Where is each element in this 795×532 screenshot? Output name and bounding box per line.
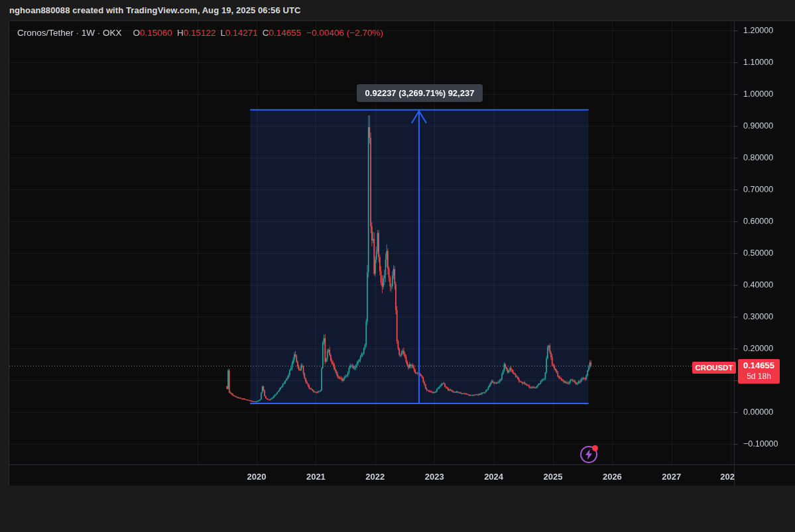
price-tick-label: 0.70000 [743,184,773,195]
time-tick-label: 2022 [365,472,385,482]
price-tick-label: 0.80000 [743,152,773,163]
open-value: 0.15060 [140,28,172,38]
low-label: L [220,28,225,38]
symbol-title[interactable]: Cronos/Tether · 1W · OKX [17,28,122,38]
last-price-value: 0.14655 [738,359,780,372]
price-tick-label: 0.50000 [743,248,773,258]
open-label: O [133,28,141,38]
time-tick-label: 2024 [484,472,503,482]
price-tick-label: 0.30000 [743,311,773,322]
time-tick-label: 202 [720,472,735,482]
time-tick-label: 2020 [247,472,267,482]
price-range-measure-label[interactable]: 0.92237 (3,269.71%) 92,237 [357,84,483,102]
chart-widget: Cronos/Tether · 1W · OKXO0.15060H0.15122… [9,21,795,486]
time-tick-label: 2026 [603,472,622,482]
flash-events-icon[interactable] [580,446,597,463]
footer-bar: TradingView [0,486,795,532]
time-tick-label: 2021 [306,472,326,482]
chart-legend[interactable]: Cronos/Tether · 1W · OKXO0.15060H0.15122… [17,28,383,38]
close-value: 0.14655 [269,28,302,38]
lightning-bolt-icon [584,449,593,460]
notification-dot [592,445,598,451]
symbol-price-label-badge: CROUSDT [692,362,736,374]
price-tick-label: 0.90000 [743,121,773,131]
price-tick-label: 1.10000 [743,57,773,68]
bar-close-countdown: 5d 18h [738,372,780,382]
low-value: 0.14271 [225,28,258,38]
page: { "attribution": "nghoan880088 created w… [0,0,795,532]
high-value: 0.15122 [184,28,216,38]
price-tick-label: 1.00000 [743,89,773,99]
time-tick-label: 2027 [662,472,681,482]
price-tick-label: 0.00000 [743,407,773,417]
change-value: −0.00406 (−2.70%) [306,28,383,38]
price-tick-label: −0.10000 [743,439,778,449]
attribution-bar: nghoan880088 created with TradingView.co… [0,0,795,21]
price-tick-label: 0.40000 [743,280,773,290]
price-tick-label: 0.20000 [743,343,773,354]
last-price-countdown-box: 0.14655 5d 18h [738,359,780,384]
high-label: H [177,28,184,38]
close-label: C [263,28,269,38]
time-tick-label: 2023 [425,472,444,482]
time-tick-label: 2025 [544,472,563,482]
price-tick-label: 1.20000 [743,25,773,36]
price-tick-label: 0.60000 [743,216,773,227]
